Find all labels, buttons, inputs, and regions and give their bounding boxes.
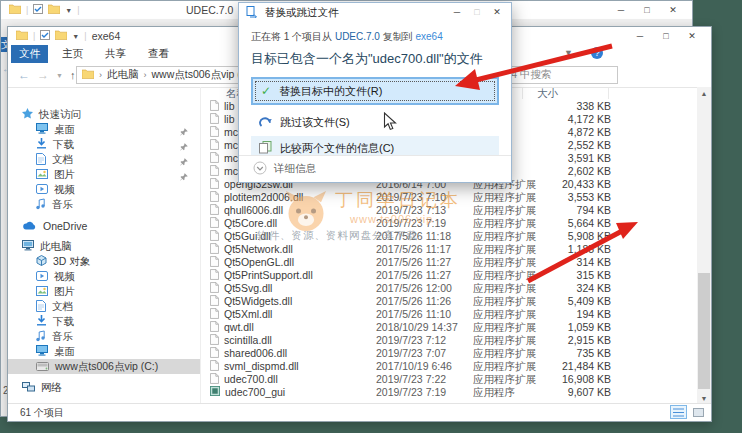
qat-check-icon[interactable]: [33, 4, 43, 16]
sidebar-item-onedrive[interactable]: OneDrive: [8, 218, 200, 233]
large-icons-view-button[interactable]: [690, 405, 707, 419]
download-icon: [36, 315, 47, 328]
file-icon: [210, 347, 219, 361]
file-icon: [210, 334, 219, 348]
forward-button[interactable]: →: [37, 68, 49, 82]
sidebar-item-videos[interactable]: 视频: [8, 269, 200, 284]
back-button[interactable]: ←: [18, 68, 30, 82]
network-icon: [22, 382, 35, 394]
qat-dropdown-icon[interactable]: ▼: [65, 7, 72, 14]
close-button[interactable]: ✕: [660, 1, 686, 18]
minimize-button[interactable]: ─: [608, 1, 634, 18]
sidebar-item-desktop[interactable]: 桌面: [8, 344, 200, 359]
file-icon: [210, 126, 219, 140]
sidebar-item-pictures[interactable]: 图片: [8, 284, 200, 299]
sidebar-item-document[interactable]: 文档: [8, 152, 200, 167]
file-row[interactable]: Qt5Network.dll2017/5/26 11:17应用程序扩展1,185…: [204, 243, 696, 256]
replace-skip-dialog: 替换或跳过文件 ─ □ ✕ 正在将 1 个项目从 UDEC.7.0 复制到 ex…: [238, 2, 512, 183]
maximize-button[interactable]: □: [653, 27, 679, 44]
file-list-scrollbar[interactable]: ▲ ▼: [697, 87, 711, 404]
skip-icon: [259, 115, 272, 129]
file-icon: [210, 191, 219, 205]
details-view-button[interactable]: [670, 405, 687, 419]
minimize-button[interactable]: ─: [627, 27, 653, 44]
column-header-size[interactable]: 大小: [537, 87, 558, 101]
file-row[interactable]: svml_dispmd.dll2017/10/19 6:46应用程序扩展21,4…: [204, 360, 696, 373]
sidebar-item-this-pc[interactable]: 此电脑: [8, 239, 200, 254]
folder-icon: [82, 69, 94, 81]
ribbon-collapse-icon[interactable]: ▼: [564, 48, 573, 58]
details-toggle[interactable]: 详细信息: [239, 155, 511, 182]
up-button[interactable]: ↑: [70, 69, 76, 81]
skip-file-button[interactable]: 跳过该文件(S): [251, 110, 499, 134]
file-row[interactable]: Qt5Core.dll2019/7/23 7:19应用程序扩展5,664 KB: [204, 217, 696, 230]
sidebar-item-document[interactable]: 文档: [8, 299, 200, 314]
file-row[interactable]: udec700.dll2019/7/23 7:22应用程序扩展16,908 KB: [204, 373, 696, 386]
copy-progress-line: 正在将 1 个项目从 UDEC.7.0 复制到 exe64: [251, 30, 499, 44]
sidebar-item-music[interactable]: 音乐: [8, 197, 200, 212]
file-row[interactable]: scintilla.dll2019/7/23 7:12应用程序扩展2,915 K…: [204, 334, 696, 347]
sidebar-item-quick-access[interactable]: 快速访问: [8, 107, 200, 122]
sidebar-item-pictures[interactable]: 图片: [8, 167, 200, 182]
sidebar-item-drive[interactable]: www点ts006点vip (C:): [8, 359, 200, 374]
qat-check-icon[interactable]: [40, 30, 50, 42]
tab-file[interactable]: 文件: [11, 45, 48, 63]
file-icon: [210, 217, 219, 231]
file-icon: [210, 269, 219, 283]
file-icon: [210, 139, 219, 153]
file-row[interactable]: udec700_gui2019/7/23 7:19应用程序9,607 KB: [204, 386, 696, 399]
close-button[interactable]: ✕: [679, 27, 705, 44]
file-icon: [210, 282, 219, 296]
dialog-titlebar: 替换或跳过文件 ─ □ ✕: [239, 3, 511, 23]
file-icon: [210, 243, 219, 257]
dialog-close-button[interactable]: ✕: [487, 3, 507, 21]
sidebar-item-music[interactable]: 音乐: [8, 329, 200, 344]
sidebar-item-videos[interactable]: 视频: [8, 182, 200, 197]
file-row[interactable]: Qt5PrintSupport.dll2017/5/26 11:27应用程序扩展…: [204, 269, 696, 282]
file-icon: [210, 256, 219, 270]
recent-locations-icon[interactable]: ▼: [56, 72, 63, 79]
file-row[interactable]: Qt5Widgets.dll2017/5/26 11:26应用程序扩展5,409…: [204, 295, 696, 308]
help-icon[interactable]: ?: [591, 47, 603, 59]
music-icon: [36, 330, 46, 344]
scroll-up-icon[interactable]: ▲: [697, 87, 711, 99]
file-row[interactable]: Qt5OpenGL.dll2017/5/26 11:27应用程序扩展314 KB: [204, 256, 696, 269]
compare-files-icon: [259, 141, 272, 156]
drive-icon: [36, 361, 49, 373]
sidebar-item-desktop[interactable]: 桌面: [8, 122, 200, 137]
sidebar-item-network[interactable]: 网络: [8, 380, 200, 395]
desktop: | ▼ | UDEC.7.0 ─ □ ✕ 文 ← 2 | ▼ | exe64: [0, 0, 742, 433]
sidebar-item-download[interactable]: 下载: [8, 137, 200, 152]
tab-share[interactable]: 共享: [97, 45, 134, 63]
onedrive-icon: [22, 220, 37, 232]
file-row[interactable]: plotitem2d006.dll2019/7/23 7:10应用程序扩展3,5…: [204, 191, 696, 204]
folder-icon: [55, 30, 67, 42]
file-row[interactable]: Qt5Svg.dll2017/5/26 12:00应用程序扩展324 KB: [204, 282, 696, 295]
sidebar-item-3d-objects[interactable]: 3D 对象: [8, 254, 200, 269]
tab-home[interactable]: 主页: [54, 45, 91, 63]
tab-view[interactable]: 查看: [140, 45, 177, 63]
file-row[interactable]: Qt5Gui.dll2017/5/26 11:18应用程序扩展5,908 KB: [204, 230, 696, 243]
maximize-button[interactable]: □: [634, 1, 660, 18]
replace-file-button[interactable]: ✓ 替换目标中的文件(R): [251, 77, 499, 105]
file-icon: [210, 230, 219, 244]
file-icon: [210, 152, 219, 166]
chevron-down-circle-icon: [253, 161, 267, 177]
copy-file-icon: [246, 6, 259, 20]
file-row[interactable]: Qt5Xml.dll2017/5/26 11:10应用程序扩展194 KB: [204, 308, 696, 321]
pictures-icon: [36, 169, 48, 181]
file-row[interactable]: shared006.dll2019/7/23 7:07应用程序扩展735 KB: [204, 347, 696, 360]
file-icon: [210, 308, 219, 322]
qat-dropdown-icon[interactable]: ▼: [72, 33, 79, 40]
sidebar-item-download[interactable]: 下载: [8, 314, 200, 329]
file-icon: [210, 178, 219, 192]
breadcrumb-this-pc[interactable]: 此电脑: [107, 68, 139, 82]
dialog-minimize-button[interactable]: ─: [447, 3, 467, 21]
scrollbar-thumb[interactable]: [698, 273, 710, 389]
file-icon: [210, 100, 219, 114]
destination-folder: exe64: [415, 31, 442, 42]
file-row[interactable]: qwt.dll2018/10/29 14:37应用程序扩展1,059 KB: [204, 321, 696, 334]
file-row[interactable]: qhull6006.dll2019/7/23 7:13应用程序扩展794 KB: [204, 204, 696, 217]
conflict-headline: 目标已包含一个名为"udec700.dll"的文件: [251, 50, 499, 68]
status-bar: 61 个项目: [8, 403, 711, 421]
